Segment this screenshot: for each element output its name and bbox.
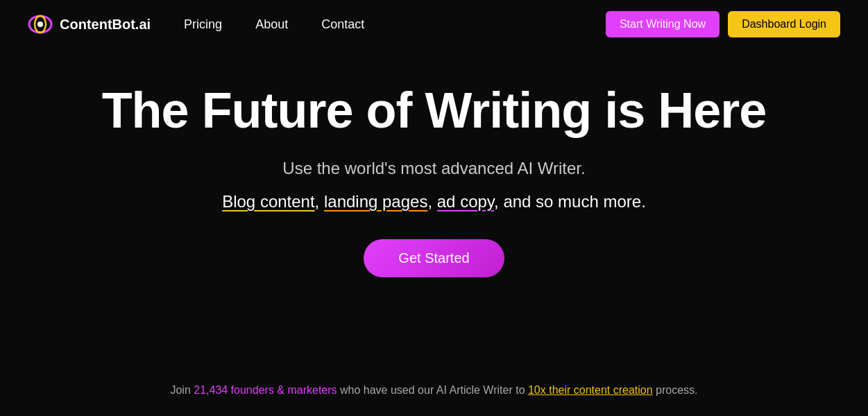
nav-left: ContentBot.ai Pricing About Contact (28, 12, 364, 37)
nav-right: Start Writing Now Dashboard Login (606, 11, 840, 37)
comma2: , (427, 192, 436, 211)
features-suffix: , and so much more. (494, 192, 646, 211)
dashboard-login-button[interactable]: Dashboard Login (728, 11, 840, 37)
nav-links: Pricing About Contact (184, 17, 364, 32)
social-proof-middle: who have used our AI Article Writer to (337, 384, 528, 396)
svg-point-2 (37, 21, 43, 27)
logo-link[interactable]: ContentBot.ai (28, 12, 151, 37)
nav-link-pricing[interactable]: Pricing (184, 17, 222, 31)
hero-subtitle: Use the world's most advanced AI Writer. (282, 159, 585, 178)
nav-item-contact[interactable]: Contact (321, 17, 364, 32)
nav-item-pricing[interactable]: Pricing (184, 17, 222, 32)
logo-text: ContentBot.ai (60, 17, 151, 33)
start-writing-button[interactable]: Start Writing Now (606, 11, 720, 37)
hero-section: The Future of Writing is Here Use the wo… (0, 49, 868, 340)
nav-item-about[interactable]: About (255, 17, 288, 32)
social-proof: Join 21,434 founders & marketers who hav… (0, 384, 868, 397)
comma1: , (315, 192, 324, 211)
feature-adcopy: ad copy (437, 192, 494, 211)
social-proof-prefix: Join (170, 384, 194, 396)
nav-link-contact[interactable]: Contact (321, 17, 364, 31)
social-proof-highlight: 10x their content creation (528, 384, 653, 396)
navbar: ContentBot.ai Pricing About Contact Star… (0, 0, 868, 49)
get-started-button[interactable]: Get Started (364, 239, 504, 277)
social-proof-founders: 21,434 founders & marketers (194, 384, 337, 396)
feature-blog: Blog content (222, 192, 314, 211)
hero-title: The Future of Writing is Here (102, 83, 767, 138)
hero-features: Blog content, landing pages, ad copy, an… (222, 192, 646, 211)
feature-landing: landing pages (324, 192, 427, 211)
social-proof-suffix: process. (653, 384, 698, 396)
nav-link-about[interactable]: About (255, 17, 288, 31)
logo-icon (28, 12, 53, 37)
